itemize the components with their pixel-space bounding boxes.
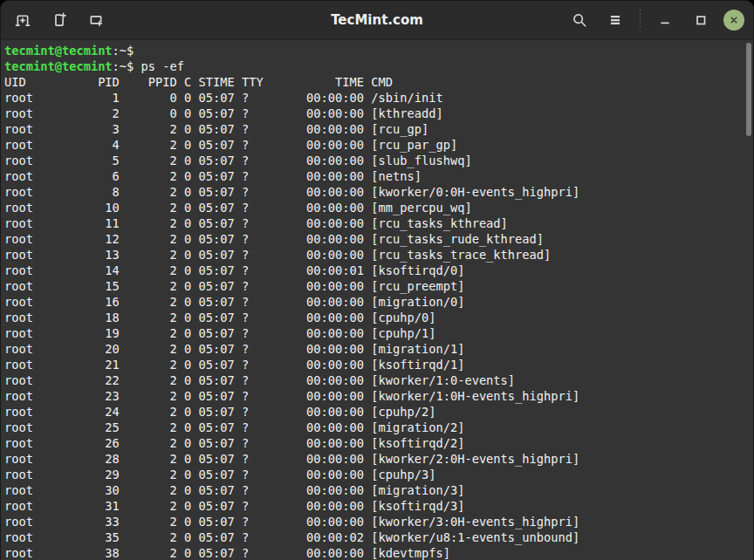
prompt-line: tecmint@tecmint:~$ ps -ef (4, 58, 753, 74)
prompt-user-host: tecmint@tecmint (4, 59, 113, 73)
process-row: root 19 2 0 05:07 ? 00:00:00 [cpuhp/1] (4, 325, 753, 341)
minimize-icon (657, 12, 673, 28)
new-tab-icon (15, 12, 31, 28)
process-row: root 4 2 0 05:07 ? 00:00:00 [rcu_par_gp] (4, 137, 753, 153)
new-window-button[interactable] (46, 7, 72, 33)
process-row: root 25 2 0 05:07 ? 00:00:00 [migration/… (4, 420, 753, 435)
titlebar-separator (640, 9, 641, 31)
process-row: root 29 2 0 05:07 ? 00:00:00 [cpuhp/3] (4, 467, 753, 482)
process-row: root 3 2 0 05:07 ? 00:00:00 [rcu_gp] (4, 121, 753, 137)
duplicate-tab-button[interactable] (83, 7, 109, 33)
process-row: root 20 2 0 05:07 ? 00:00:00 [migration/… (4, 341, 753, 357)
search-button[interactable] (566, 7, 593, 33)
process-row: root 1 0 0 05:07 ? 00:00:00 /sbin/init (4, 90, 753, 106)
maximize-button[interactable] (688, 7, 714, 33)
process-row: root 21 2 0 05:07 ? 00:00:00 [ksoftirqd/… (4, 357, 753, 372)
terminal-output[interactable]: tecmint@tecmint:~$tecmint@tecmint:~$ ps … (1, 40, 753, 560)
process-row: root 6 2 0 05:07 ? 00:00:00 [netns] (4, 168, 753, 184)
minimize-button[interactable] (652, 7, 678, 33)
process-row: root 35 2 0 05:07 ? 00:00:02 [kworker/u8… (4, 529, 753, 545)
duplicate-tab-icon (88, 12, 104, 28)
process-row: root 2 0 0 05:07 ? 00:00:00 [kthreadd] (4, 106, 753, 121)
menu-icon (607, 12, 623, 28)
process-row: root 30 2 0 05:07 ? 00:00:00 [migration/… (4, 482, 753, 498)
process-row: root 10 2 0 05:07 ? 00:00:00 [mm_percpu_… (4, 200, 753, 215)
process-row: root 38 2 0 05:07 ? 00:00:00 [kdevtmpfs] (4, 545, 753, 560)
window-title: TecMint.com (331, 1, 423, 39)
close-icon (728, 14, 740, 26)
process-row: root 24 2 0 05:07 ? 00:00:00 [cpuhp/2] (4, 404, 753, 420)
process-row: root 8 2 0 05:07 ? 00:00:00 [kworker/0:0… (4, 184, 753, 200)
ps-header-row: UID PID PPID C STIME TTY TIME CMD (4, 74, 753, 90)
new-tab-button[interactable] (10, 7, 36, 33)
process-row: root 22 2 0 05:07 ? 00:00:00 [kworker/1:… (4, 372, 753, 388)
process-row: root 33 2 0 05:07 ? 00:00:00 [kworker/3:… (4, 514, 753, 529)
process-row: root 31 2 0 05:07 ? 00:00:00 [ksoftirqd/… (4, 498, 753, 514)
process-row: root 15 2 0 05:07 ? 00:00:00 [rcu_preemp… (4, 278, 753, 294)
menu-button[interactable] (602, 7, 628, 33)
titlebar-right-buttons (566, 1, 753, 39)
terminal-window: TecMint.com (0, 0, 754, 560)
process-row: root 5 2 0 05:07 ? 00:00:00 [slub_flushw… (4, 153, 753, 168)
process-row: root 11 2 0 05:07 ? 00:00:00 [rcu_tasks_… (4, 215, 753, 231)
process-row: root 16 2 0 05:07 ? 00:00:00 [migration/… (4, 294, 753, 310)
close-button[interactable] (723, 10, 744, 31)
prompt-user-host: tecmint@tecmint (4, 44, 113, 58)
scrollbar-thumb[interactable] (746, 43, 751, 136)
process-row: root 12 2 0 05:07 ? 00:00:00 [rcu_tasks_… (4, 231, 753, 247)
process-row: root 14 2 0 05:07 ? 00:00:01 [ksoftirqd/… (4, 263, 753, 278)
process-row: root 18 2 0 05:07 ? 00:00:00 [cpuhp/0] (4, 310, 753, 325)
process-row: root 13 2 0 05:07 ? 00:00:00 [rcu_tasks_… (4, 247, 753, 263)
process-row: root 26 2 0 05:07 ? 00:00:00 [ksoftirqd/… (4, 435, 753, 451)
prompt-line: tecmint@tecmint:~$ (4, 43, 753, 58)
process-row: root 28 2 0 05:07 ? 00:00:00 [kworker/2:… (4, 451, 753, 467)
titlebar: TecMint.com (1, 1, 753, 40)
maximize-icon (693, 12, 709, 28)
process-row: root 23 2 0 05:07 ? 00:00:00 [kworker/1:… (4, 388, 753, 404)
new-window-icon (51, 12, 67, 28)
titlebar-left-buttons (1, 1, 109, 39)
search-icon (572, 12, 587, 28)
